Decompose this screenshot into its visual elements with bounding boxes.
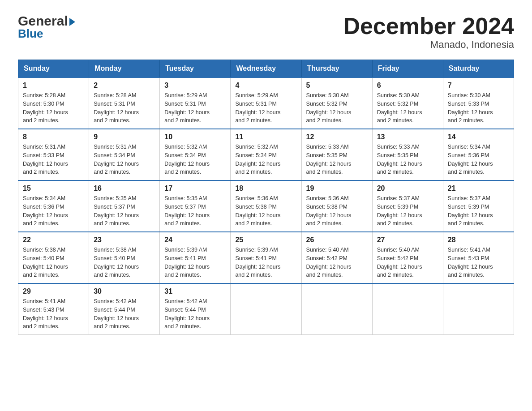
day-number: 29 xyxy=(23,287,84,295)
calendar-table: Sunday Monday Tuesday Wednesday Thursday… xyxy=(18,60,514,335)
col-friday: Friday xyxy=(372,60,443,78)
calendar-cell: 22Sunrise: 5:38 AMSunset: 5:40 PMDayligh… xyxy=(18,232,89,283)
col-wednesday: Wednesday xyxy=(231,60,301,78)
day-info: Sunrise: 5:28 AMSunset: 5:30 PMDaylight:… xyxy=(23,91,84,125)
calendar-cell: 2Sunrise: 5:28 AMSunset: 5:31 PMDaylight… xyxy=(89,77,160,129)
day-number: 18 xyxy=(235,184,296,193)
logo: General Blue xyxy=(18,13,75,41)
day-info: Sunrise: 5:42 AMSunset: 5:44 PMDaylight:… xyxy=(164,297,226,331)
day-info: Sunrise: 5:31 AMSunset: 5:34 PMDaylight:… xyxy=(94,143,155,176)
calendar-cell: 17Sunrise: 5:35 AMSunset: 5:37 PMDayligh… xyxy=(160,180,231,232)
calendar-cell: 16Sunrise: 5:35 AMSunset: 5:37 PMDayligh… xyxy=(89,180,160,232)
day-number: 8 xyxy=(23,133,84,141)
day-number: 11 xyxy=(235,133,296,141)
calendar-cell: 19Sunrise: 5:36 AMSunset: 5:38 PMDayligh… xyxy=(301,180,372,232)
day-info: Sunrise: 5:37 AMSunset: 5:39 PMDaylight:… xyxy=(448,194,509,228)
calendar-cell: 27Sunrise: 5:40 AMSunset: 5:42 PMDayligh… xyxy=(372,232,443,283)
col-saturday: Saturday xyxy=(443,60,514,78)
page-header: General Blue December 2024 Manado, Indon… xyxy=(18,13,514,51)
day-info: Sunrise: 5:30 AMSunset: 5:32 PMDaylight:… xyxy=(377,91,438,125)
day-info: Sunrise: 5:40 AMSunset: 5:42 PMDaylight:… xyxy=(306,246,368,279)
day-number: 28 xyxy=(448,236,509,244)
calendar-week-4: 22Sunrise: 5:38 AMSunset: 5:40 PMDayligh… xyxy=(18,232,514,283)
col-sunday: Sunday xyxy=(18,60,89,78)
day-info: Sunrise: 5:38 AMSunset: 5:40 PMDaylight:… xyxy=(94,246,155,279)
day-number: 31 xyxy=(164,287,226,295)
page-subtitle: Manado, Indonesia xyxy=(343,39,514,51)
day-info: Sunrise: 5:41 AMSunset: 5:43 PMDaylight:… xyxy=(448,246,509,279)
day-number: 12 xyxy=(306,133,368,141)
calendar-cell xyxy=(301,283,372,335)
day-info: Sunrise: 5:34 AMSunset: 5:36 PMDaylight:… xyxy=(448,143,509,176)
day-number: 30 xyxy=(94,287,155,295)
calendar-cell: 5Sunrise: 5:30 AMSunset: 5:32 PMDaylight… xyxy=(301,77,372,129)
day-number: 23 xyxy=(94,236,155,244)
calendar-cell: 3Sunrise: 5:29 AMSunset: 5:31 PMDaylight… xyxy=(160,77,231,129)
calendar-cell: 13Sunrise: 5:33 AMSunset: 5:35 PMDayligh… xyxy=(372,129,443,180)
calendar-week-3: 15Sunrise: 5:34 AMSunset: 5:36 PMDayligh… xyxy=(18,180,514,232)
day-info: Sunrise: 5:33 AMSunset: 5:35 PMDaylight:… xyxy=(377,143,438,176)
calendar-cell: 26Sunrise: 5:40 AMSunset: 5:42 PMDayligh… xyxy=(301,232,372,283)
calendar-cell: 8Sunrise: 5:31 AMSunset: 5:33 PMDaylight… xyxy=(18,129,89,180)
logo-blue-text: Blue xyxy=(18,27,43,41)
day-info: Sunrise: 5:29 AMSunset: 5:31 PMDaylight:… xyxy=(164,91,226,125)
day-info: Sunrise: 5:30 AMSunset: 5:33 PMDaylight:… xyxy=(448,91,509,125)
day-number: 19 xyxy=(306,184,368,193)
calendar-week-5: 29Sunrise: 5:41 AMSunset: 5:43 PMDayligh… xyxy=(18,283,514,335)
day-number: 2 xyxy=(94,81,155,90)
day-number: 13 xyxy=(377,133,438,141)
calendar-cell: 18Sunrise: 5:36 AMSunset: 5:38 PMDayligh… xyxy=(231,180,301,232)
day-info: Sunrise: 5:42 AMSunset: 5:44 PMDaylight:… xyxy=(94,297,155,331)
day-number: 27 xyxy=(377,236,438,244)
day-number: 9 xyxy=(94,133,155,141)
calendar-cell: 4Sunrise: 5:29 AMSunset: 5:31 PMDaylight… xyxy=(231,77,301,129)
calendar-week-2: 8Sunrise: 5:31 AMSunset: 5:33 PMDaylight… xyxy=(18,129,514,180)
day-info: Sunrise: 5:32 AMSunset: 5:34 PMDaylight:… xyxy=(164,143,226,176)
day-info: Sunrise: 5:38 AMSunset: 5:40 PMDaylight:… xyxy=(23,246,84,279)
calendar-cell: 1Sunrise: 5:28 AMSunset: 5:30 PMDaylight… xyxy=(18,77,89,129)
calendar-week-1: 1Sunrise: 5:28 AMSunset: 5:30 PMDaylight… xyxy=(18,77,514,129)
calendar-cell: 14Sunrise: 5:34 AMSunset: 5:36 PMDayligh… xyxy=(443,129,514,180)
day-number: 14 xyxy=(448,133,509,141)
day-info: Sunrise: 5:35 AMSunset: 5:37 PMDaylight:… xyxy=(94,194,155,228)
day-info: Sunrise: 5:41 AMSunset: 5:43 PMDaylight:… xyxy=(23,297,84,331)
day-info: Sunrise: 5:34 AMSunset: 5:36 PMDaylight:… xyxy=(23,194,84,228)
day-info: Sunrise: 5:33 AMSunset: 5:35 PMDaylight:… xyxy=(306,143,368,176)
day-number: 26 xyxy=(306,236,368,244)
calendar-cell xyxy=(372,283,443,335)
day-info: Sunrise: 5:31 AMSunset: 5:33 PMDaylight:… xyxy=(23,143,84,176)
calendar-cell: 30Sunrise: 5:42 AMSunset: 5:44 PMDayligh… xyxy=(89,283,160,335)
day-number: 15 xyxy=(23,184,84,193)
day-info: Sunrise: 5:39 AMSunset: 5:41 PMDaylight:… xyxy=(164,246,226,279)
day-number: 4 xyxy=(235,81,296,90)
calendar-cell: 9Sunrise: 5:31 AMSunset: 5:34 PMDaylight… xyxy=(89,129,160,180)
day-info: Sunrise: 5:28 AMSunset: 5:31 PMDaylight:… xyxy=(94,91,155,125)
calendar-cell: 12Sunrise: 5:33 AMSunset: 5:35 PMDayligh… xyxy=(301,129,372,180)
calendar-cell: 11Sunrise: 5:32 AMSunset: 5:34 PMDayligh… xyxy=(231,129,301,180)
logo-general-text: General xyxy=(18,13,75,29)
col-tuesday: Tuesday xyxy=(160,60,231,78)
calendar-cell: 6Sunrise: 5:30 AMSunset: 5:32 PMDaylight… xyxy=(372,77,443,129)
day-info: Sunrise: 5:40 AMSunset: 5:42 PMDaylight:… xyxy=(377,246,438,279)
calendar-cell: 7Sunrise: 5:30 AMSunset: 5:33 PMDaylight… xyxy=(443,77,514,129)
col-thursday: Thursday xyxy=(301,60,372,78)
header-row: Sunday Monday Tuesday Wednesday Thursday… xyxy=(18,60,514,78)
day-number: 25 xyxy=(235,236,296,244)
day-number: 17 xyxy=(164,184,226,193)
calendar-cell: 15Sunrise: 5:34 AMSunset: 5:36 PMDayligh… xyxy=(18,180,89,232)
day-number: 24 xyxy=(164,236,226,244)
calendar-cell: 25Sunrise: 5:39 AMSunset: 5:41 PMDayligh… xyxy=(231,232,301,283)
title-area: December 2024 Manado, Indonesia xyxy=(343,13,514,51)
day-number: 20 xyxy=(377,184,438,193)
col-monday: Monday xyxy=(89,60,160,78)
day-number: 5 xyxy=(306,81,368,90)
calendar-cell: 29Sunrise: 5:41 AMSunset: 5:43 PMDayligh… xyxy=(18,283,89,335)
calendar-cell xyxy=(443,283,514,335)
day-info: Sunrise: 5:35 AMSunset: 5:37 PMDaylight:… xyxy=(164,194,226,228)
day-info: Sunrise: 5:30 AMSunset: 5:32 PMDaylight:… xyxy=(306,91,368,125)
day-number: 3 xyxy=(164,81,226,90)
calendar-cell: 24Sunrise: 5:39 AMSunset: 5:41 PMDayligh… xyxy=(160,232,231,283)
calendar-header: Sunday Monday Tuesday Wednesday Thursday… xyxy=(18,60,514,78)
day-info: Sunrise: 5:39 AMSunset: 5:41 PMDaylight:… xyxy=(235,246,296,279)
day-info: Sunrise: 5:37 AMSunset: 5:39 PMDaylight:… xyxy=(377,194,438,228)
